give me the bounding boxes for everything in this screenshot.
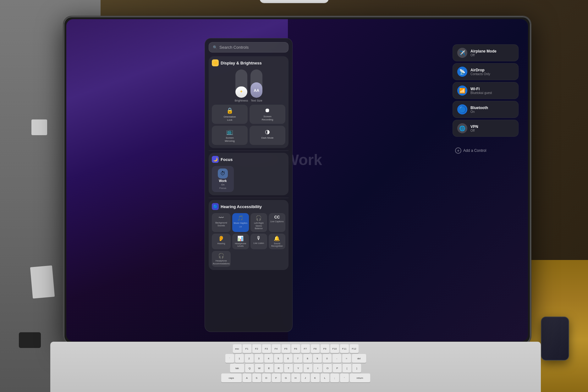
key-o[interactable]: O [323, 364, 332, 373]
key-g[interactable]: G [282, 373, 290, 382]
background-sounds-btn[interactable]: 〰 BackgroundSounds [212, 213, 231, 232]
search-icon: 🔍 [213, 45, 217, 50]
vpn-name: VPN [470, 124, 478, 129]
key-p[interactable]: P [333, 364, 342, 373]
key-3[interactable]: 3 [255, 354, 263, 363]
orientation-lock-btn[interactable]: 🔒 OrientationLock [212, 105, 248, 124]
airplane-mode-name: Airplane Mode [470, 49, 497, 53]
keyboard-row-3: tab Q W E R T Y U I O P [ ] [53, 364, 538, 373]
search-bar[interactable]: 🔍 Search Controls [209, 42, 289, 52]
key-u[interactable]: U [304, 364, 312, 373]
bluetooth-status: On [470, 110, 488, 113]
ipad-device: Focus Work 🔍 Search Controls ☀️ Display … [63, 16, 531, 345]
key-h[interactable]: H [291, 373, 300, 382]
key-bracket-close[interactable]: ] [352, 364, 361, 373]
key-f5[interactable]: F5 [282, 344, 290, 353]
key-esc[interactable]: esc [233, 344, 242, 353]
screen-mirroring-label: ScreenMirroring [225, 136, 235, 142]
key-y[interactable]: Y [294, 364, 303, 373]
wifi-item[interactable]: 📶 Wi-Fi Bluetokai guest [453, 82, 519, 99]
headphone-accommodations-btn[interactable]: 🎧 HeadphoneAccommodations [212, 251, 231, 267]
music-haptics-btn[interactable]: 🎵 Music Haptics Off [232, 213, 249, 232]
key-f8[interactable]: F8 [311, 344, 320, 353]
key-backtick[interactable]: ` [225, 354, 234, 363]
key-4[interactable]: 4 [264, 354, 273, 363]
key-f[interactable]: F [272, 373, 281, 382]
key-6[interactable]: 6 [284, 354, 293, 363]
airdrop-name: AirDrop [470, 68, 490, 72]
sound-recognition-label: SoundRecognition [271, 242, 283, 248]
focus-section: 🌙 Focus ⏱ Work On Focus [209, 153, 289, 195]
key-f1[interactable]: F1 [243, 344, 251, 353]
work-focus-item[interactable]: ⏱ Work On Focus [212, 166, 234, 192]
key-l[interactable]: L [321, 373, 329, 382]
key-delete[interactable]: del [352, 354, 366, 363]
brightness-label: Brightness [235, 99, 248, 102]
bluetooth-item[interactable]: 🔵 Bluetooth On [453, 101, 519, 118]
key-7[interactable]: 7 [294, 354, 302, 363]
key-9[interactable]: 9 [313, 354, 322, 363]
key-f9[interactable]: F9 [321, 344, 329, 353]
key-f2[interactable]: F2 [252, 344, 261, 353]
sound-recognition-icon: 🔔 [274, 235, 280, 241]
key-t[interactable]: T [284, 364, 293, 373]
brightness-slider[interactable]: ✦ [235, 69, 247, 98]
airplane-mode-item[interactable]: ✈️ Airplane Mode Off [453, 44, 519, 61]
key-f12[interactable]: F12 [350, 344, 359, 353]
screen-mirroring-btn[interactable]: 📺 ScreenMirroring [212, 126, 248, 145]
key-equals[interactable]: = [342, 354, 351, 363]
wifi-icon: 📶 [457, 86, 467, 96]
key-q[interactable]: Q [245, 364, 254, 373]
key-semicolon[interactable]: ; [330, 373, 339, 382]
hearing-section: 🔵 Hearing Accessibility 〰 BackgroundSoun… [209, 200, 289, 270]
stereo-balance-btn[interactable]: 🎧 Left-RightStereo Balance [250, 213, 267, 232]
keyboard-row-4: caps A S D F G H J K L ; ' return [53, 373, 538, 382]
key-8[interactable]: 8 [303, 354, 312, 363]
key-caps[interactable]: caps [221, 373, 242, 382]
key-f11[interactable]: F11 [340, 344, 349, 353]
key-r[interactable]: R [274, 364, 283, 373]
key-minus[interactable]: - [332, 354, 341, 363]
background-sounds-label: BackgroundSounds [215, 222, 227, 227]
search-placeholder: Search Controls [219, 45, 249, 50]
key-k[interactable]: K [311, 373, 320, 382]
add-control-btn[interactable]: + Add a Control [453, 145, 519, 156]
key-tab[interactable]: tab [230, 364, 244, 373]
bluetooth-text: Bluetooth On [470, 106, 488, 113]
dark-mode-btn[interactable]: ◑ Dark Mode [250, 126, 285, 145]
key-j[interactable]: J [301, 373, 310, 382]
key-a[interactable]: A [243, 373, 251, 382]
key-1[interactable]: 1 [235, 354, 244, 363]
iphone-case [541, 317, 569, 361]
key-s[interactable]: S [252, 373, 261, 382]
airdrop-item[interactable]: 📡 AirDrop Contacts Only [453, 63, 519, 80]
keyboard: esc F1 F2 F3 F4 F5 F6 F7 F8 F9 F10 F11 F… [50, 342, 541, 392]
textsize-slider[interactable]: AA [250, 69, 262, 98]
key-d[interactable]: D [262, 373, 271, 382]
key-f6[interactable]: F6 [291, 344, 300, 353]
key-f10[interactable]: F10 [330, 344, 339, 353]
key-f3[interactable]: F3 [262, 344, 271, 353]
brightness-slider-wrap: ✦ Brightness [235, 69, 248, 102]
key-bracket-open[interactable]: [ [343, 364, 351, 373]
vpn-icon: 🌐 [457, 123, 467, 133]
screen-recording-btn[interactable]: ⏺ ScreenRecording [250, 105, 285, 124]
key-quote[interactable]: ' [340, 373, 349, 382]
key-e[interactable]: E [265, 364, 273, 373]
key-2[interactable]: 2 [245, 354, 254, 363]
key-5[interactable]: 5 [274, 354, 283, 363]
key-return[interactable]: return [350, 373, 370, 382]
vpn-item[interactable]: 🌐 VPN Off [453, 120, 519, 137]
key-w[interactable]: W [255, 364, 264, 373]
key-i[interactable]: I [313, 364, 322, 373]
brightness-textsize-sliders: ✦ Brightness AA Text Size [212, 69, 285, 102]
hearing-btn-item[interactable]: 👂 Hearing [212, 234, 231, 250]
headphone-levels-label: HeadphoneLevels [235, 242, 246, 248]
key-0[interactable]: 0 [323, 354, 332, 363]
live-listen-btn[interactable]: 🎙 Live Listen [250, 234, 267, 250]
headphone-levels-btn[interactable]: 📊 HeadphoneLevels [232, 234, 249, 250]
key-f4[interactable]: F4 [272, 344, 281, 353]
sound-recognition-btn[interactable]: 🔔 SoundRecognition [269, 234, 285, 250]
key-f7[interactable]: F7 [301, 344, 310, 353]
live-captions-btn[interactable]: CC Live Captions [269, 213, 285, 232]
